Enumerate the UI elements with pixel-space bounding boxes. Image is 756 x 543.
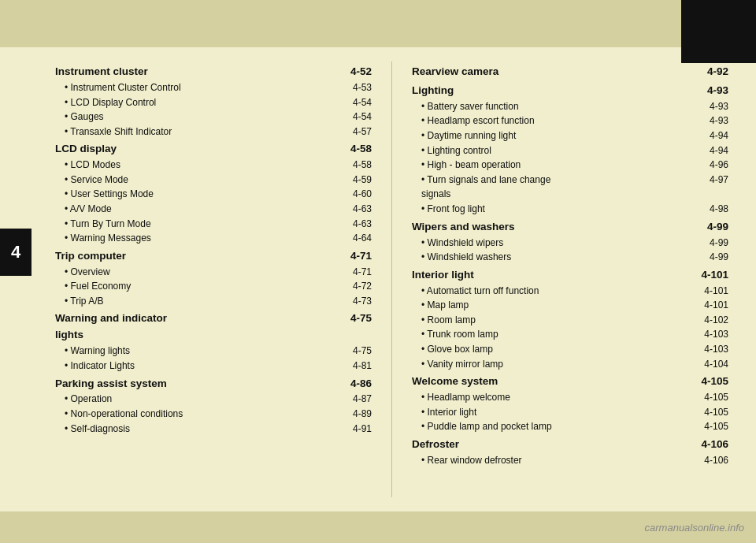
toc-dots: [561, 182, 700, 183]
toc-label: • Automatict turn off function: [421, 284, 560, 299]
toc-label: • Puddle lamp and pocket lamp: [421, 419, 560, 434]
toc-label: • Room lamp: [421, 313, 560, 328]
toc-main-entry: Defroster4-106: [412, 437, 728, 453]
toc-sub-entry: • Self-diagnosis4-91: [55, 422, 372, 437]
toc-sub-entry: • Indicator Lights4-81: [55, 359, 372, 374]
toc-sub-entry: • Transaxle Shift Indicator4-57: [55, 125, 372, 139]
toc-page-number: 4-58: [344, 158, 372, 173]
toc-sub-entry: • User Settings Mode4-60: [55, 187, 372, 202]
toc-page-number: 4-104: [701, 357, 728, 372]
toc-sub-entry: • Automatict turn off function4-101: [412, 284, 728, 299]
toc-page-number: 4-101: [701, 267, 728, 284]
toc-page-number: 4-106: [701, 453, 728, 468]
toc-sub-entry: • Battery saver function4-93: [412, 99, 728, 114]
toc-dots: [561, 307, 700, 308]
toc-sub-entry: • Turn By Turn Mode4-63: [55, 217, 372, 232]
toc-sub-entry: • LCD Display Control4-54: [55, 95, 372, 110]
toc-dots: [561, 415, 700, 415]
toc-main-entry: LCD display4-58: [55, 141, 372, 158]
toc-sub-entry: • Lighting control4-94: [412, 143, 728, 158]
toc-sub-entry: • Headlamp escort function4-93: [412, 113, 728, 128]
toc-page-number: 4-98: [701, 202, 728, 217]
toc-label: Trip computer: [55, 248, 198, 265]
toc-label: • A/V Mode: [65, 202, 203, 217]
toc-page-number: 4-87: [344, 392, 372, 407]
toc-page-number: 4-54: [344, 110, 372, 125]
toc-label: • Turn By Turn Mode: [65, 217, 203, 232]
toc-label: • Instrument Cluster Control: [65, 80, 203, 95]
toc-page-number: 4-71: [344, 248, 372, 265]
toc-dots: [200, 74, 343, 75]
toc-dots: [205, 134, 343, 135]
watermark-text: carmanualsonline.info: [645, 522, 744, 534]
toc-label: • Vanity mirror lamp: [421, 357, 560, 372]
toc-sub-entry: • High - beam operation4-96: [412, 158, 728, 173]
toc-dots: [561, 351, 700, 352]
toc-dots: [557, 229, 700, 230]
toc-label: • Indicator Lights: [65, 359, 203, 374]
toc-page-number: 4-54: [344, 95, 372, 110]
toc-dots: [205, 416, 343, 417]
toc-label: • Non-operational conditions: [65, 407, 203, 422]
toc-page-number: 4-101: [701, 284, 728, 299]
toc-sub-entry: • Warning lights4-75: [55, 344, 372, 359]
toc-label: • High - beam operation: [421, 158, 560, 173]
toc-page-number: 4-93: [701, 113, 728, 128]
toc-label: • User Settings Mode: [65, 187, 203, 202]
toc-page-number: 4-72: [344, 279, 372, 294]
toc-dots: [561, 123, 700, 124]
toc-page-number: 4-75: [344, 344, 372, 359]
toc-sub-entry: • Operation4-87: [55, 392, 372, 407]
toc-sub-entry: • Windshield washers4-99: [412, 250, 728, 265]
toc-label: • Turn signals and lane change signals: [421, 173, 560, 202]
toc-label: • Transaxle Shift Indicator: [65, 125, 203, 139]
toc-dots: [205, 226, 343, 227]
toc-label: • Daytime running light: [421, 128, 560, 143]
toc-page-number: 4-89: [344, 407, 372, 422]
toc-label: • Trip A/B: [65, 294, 203, 309]
toc-page-number: 4-97: [701, 173, 728, 188]
toc-dots: [205, 119, 343, 120]
toc-label: Welcome system: [412, 374, 555, 390]
toc-sub-entry: • Service Mode4-59: [55, 173, 372, 188]
toc-label: • Warning Messages: [65, 231, 203, 246]
toc-label: • Map lamp: [421, 298, 560, 313]
toc-dots: [561, 400, 700, 400]
toc-sub-entry: • LCD Modes4-58: [55, 158, 372, 173]
toc-label: • LCD Modes: [65, 158, 203, 173]
toc-main-entry: Instrument cluster4-52: [55, 64, 372, 80]
toc-label: • Operation: [65, 392, 203, 407]
toc-page-number: 4-57: [344, 125, 372, 139]
toc-sub-entry: • Headlamp welcome4-105: [412, 390, 728, 405]
toc-dots: [205, 431, 343, 432]
toc-label: Rearview camera: [412, 64, 555, 80]
toc-dots: [561, 366, 700, 367]
toc-label: Wipers and washers: [412, 219, 555, 236]
toc-sub-entry: • Interior light4-105: [412, 405, 728, 420]
toc-label: • Headlamp escort function: [421, 113, 560, 128]
right-column: Rearview camera4-92Lighting4-93• Battery…: [412, 61, 728, 497]
toc-label: • Front fog light: [421, 202, 560, 217]
toc-label: Instrument cluster: [55, 64, 198, 80]
toc-sub-entry: • Gauges4-54: [55, 110, 372, 125]
bottom-bar: carmanualsonline.info: [0, 511, 756, 543]
toc-dots: [205, 182, 343, 183]
toc-dots: [557, 93, 700, 94]
toc-label: • Interior light: [421, 405, 560, 420]
toc-page-number: 4-105: [701, 419, 728, 434]
toc-label: • Warning lights: [65, 344, 203, 359]
toc-page-number: 4-53: [344, 80, 372, 95]
toc-dots: [557, 384, 700, 385]
toc-page-number: 4-99: [701, 250, 728, 265]
toc-page-number: 4-52: [344, 64, 372, 80]
toc-page-number: 4-71: [344, 265, 372, 280]
toc-page-number: 4-64: [344, 231, 372, 246]
toc-sub-entry: • Instrument Cluster Control4-53: [55, 80, 372, 95]
chapter-tab: 4: [0, 229, 32, 276]
toc-label: Defroster: [412, 437, 555, 453]
toc-sub-entry: • Fuel Economy4-72: [55, 279, 372, 294]
toc-dots: [205, 274, 343, 275]
toc-sub-entry: • Puddle lamp and pocket lamp4-105: [412, 419, 728, 434]
toc-dots: [561, 109, 700, 110]
toc-dots: [205, 211, 343, 212]
